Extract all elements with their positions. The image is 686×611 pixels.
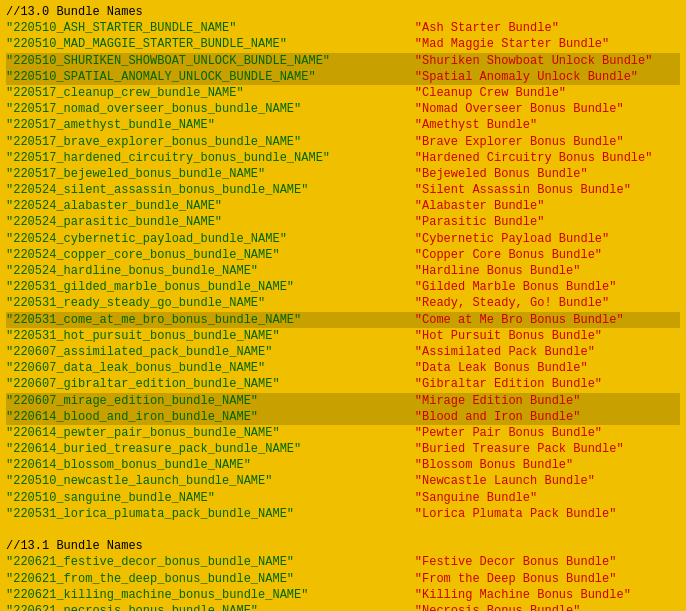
value-cell: "Gibraltar Edition Bundle" [386,376,602,392]
key-cell: "220621_killing_machine_bonus_bundle_NAM… [6,587,386,603]
value-cell: "Copper Core Bonus Bundle" [386,247,602,263]
table-row: "220524_parasitic_bundle_NAME" "Parasiti… [6,214,680,230]
entries-section-13: "220510_ASH_STARTER_BUNDLE_NAME" "Ash St… [6,20,680,522]
entries-section-131: "220621_festive_decor_bonus_bundle_NAME"… [6,554,680,611]
table-row: "220614_blossom_bonus_bundle_NAME" "Blos… [6,457,680,473]
key-cell: "220614_buried_treasure_pack_bundle_NAME… [6,441,386,457]
key-cell: "220524_copper_core_bonus_bundle_NAME" [6,247,386,263]
value-cell: "Blood and Iron Bundle" [386,409,580,425]
value-cell: "Cleanup Crew Bundle" [386,85,566,101]
key-cell: "220524_alabaster_bundle_NAME" [6,198,386,214]
value-cell: "Gilded Marble Bonus Bundle" [386,279,616,295]
value-cell: "Silent Assassin Bonus Bundle" [386,182,631,198]
table-row: "220531_come_at_me_bro_bonus_bundle_NAME… [6,312,680,328]
table-row: "220531_gilded_marble_bonus_bundle_NAME"… [6,279,680,295]
key-cell: "220517_amethyst_bundle_NAME" [6,117,386,133]
key-cell: "220517_hardened_circuitry_bonus_bundle_… [6,150,386,166]
section-1-header: //13.0 Bundle Names [6,4,680,20]
table-row: "220621_necrosis_bonus_bundle_NAME" "Nec… [6,603,680,611]
value-cell: "Ready, Steady, Go! Bundle" [386,295,609,311]
value-cell: "Cybernetic Payload Bundle" [386,231,609,247]
key-cell: "220510_newcastle_launch_bundle_NAME" [6,473,386,489]
key-cell: "220524_hardline_bonus_bundle_NAME" [6,263,386,279]
table-row: "220607_data_leak_bonus_bundle_NAME" "Da… [6,360,680,376]
value-cell: "Sanguine Bundle" [386,490,537,506]
value-cell: "Festive Decor Bonus Bundle" [386,554,616,570]
key-cell: "220531_hot_pursuit_bonus_bundle_NAME" [6,328,386,344]
key-cell: "220510_sanguine_bundle_NAME" [6,490,386,506]
key-cell: "220531_come_at_me_bro_bonus_bundle_NAME… [6,312,386,328]
table-row: "220517_amethyst_bundle_NAME" "Amethyst … [6,117,680,133]
key-cell: "220524_silent_assassin_bonus_bundle_NAM… [6,182,386,198]
key-cell: "220517_nomad_overseer_bonus_bundle_NAME… [6,101,386,117]
table-row: "220510_newcastle_launch_bundle_NAME" "N… [6,473,680,489]
key-cell: "220621_festive_decor_bonus_bundle_NAME" [6,554,386,570]
table-row: "220517_nomad_overseer_bonus_bundle_NAME… [6,101,680,117]
value-cell: "Pewter Pair Bonus Bundle" [386,425,602,441]
table-row: "220621_festive_decor_bonus_bundle_NAME"… [6,554,680,570]
table-row: "220607_gibraltar_edition_bundle_NAME" "… [6,376,680,392]
table-row: "220614_blood_and_iron_bundle_NAME" "Blo… [6,409,680,425]
key-cell: "220614_pewter_pair_bonus_bundle_NAME" [6,425,386,441]
value-cell: "Nomad Overseer Bonus Bundle" [386,101,624,117]
key-cell: "220524_parasitic_bundle_NAME" [6,214,386,230]
key-cell: "220607_data_leak_bonus_bundle_NAME" [6,360,386,376]
table-row: "220510_ASH_STARTER_BUNDLE_NAME" "Ash St… [6,20,680,36]
table-row: "220524_silent_assassin_bonus_bundle_NAM… [6,182,680,198]
table-row: "220524_cybernetic_payload_bundle_NAME" … [6,231,680,247]
key-cell: "220607_mirage_edition_bundle_NAME" [6,393,386,409]
table-row: "220607_mirage_edition_bundle_NAME" "Mir… [6,393,680,409]
value-cell: "Bejeweled Bonus Bundle" [386,166,588,182]
value-cell: "Mad Maggie Starter Bundle" [386,36,609,52]
key-cell: "220621_from_the_deep_bonus_bundle_NAME" [6,571,386,587]
code-view: //13.0 Bundle Names "220510_ASH_STARTER_… [0,0,686,611]
table-row: "220614_pewter_pair_bonus_bundle_NAME" "… [6,425,680,441]
value-cell: "Parasitic Bundle" [386,214,544,230]
key-cell: "220531_gilded_marble_bonus_bundle_NAME" [6,279,386,295]
value-cell: "Shuriken Showboat Unlock Bundle" [386,53,652,69]
key-cell: "220517_bejeweled_bonus_bundle_NAME" [6,166,386,182]
table-row: "220510_sanguine_bundle_NAME" "Sanguine … [6,490,680,506]
value-cell: "Newcastle Launch Bundle" [386,473,595,489]
key-cell: "220524_cybernetic_payload_bundle_NAME" [6,231,386,247]
value-cell: "Hot Pursuit Bonus Bundle" [386,328,602,344]
table-row: "220517_cleanup_crew_bundle_NAME" "Clean… [6,85,680,101]
key-cell: "220621_necrosis_bonus_bundle_NAME" [6,603,386,611]
value-cell: "Lorica Plumata Pack Bundle" [386,506,616,522]
value-cell: "Amethyst Bundle" [386,117,537,133]
table-row: "220607_assimilated_pack_bundle_NAME" "A… [6,344,680,360]
table-row: "220621_killing_machine_bonus_bundle_NAM… [6,587,680,603]
key-cell: "220510_SHURIKEN_SHOWBOAT_UNLOCK_BUNDLE_… [6,53,386,69]
value-cell: "Buried Treasure Pack Bundle" [386,441,624,457]
table-row: "220531_lorica_plumata_pack_bundle_NAME"… [6,506,680,522]
value-cell: "Data Leak Bonus Bundle" [386,360,588,376]
table-row: "220517_hardened_circuitry_bonus_bundle_… [6,150,680,166]
key-cell: "220614_blood_and_iron_bundle_NAME" [6,409,386,425]
table-row: "220621_from_the_deep_bonus_bundle_NAME"… [6,571,680,587]
table-row: "220524_hardline_bonus_bundle_NAME" "Har… [6,263,680,279]
value-cell: "From the Deep Bonus Bundle" [386,571,616,587]
key-cell: "220607_gibraltar_edition_bundle_NAME" [6,376,386,392]
value-cell: "Blossom Bonus Bundle" [386,457,573,473]
table-row: "220510_MAD_MAGGIE_STARTER_BUNDLE_NAME" … [6,36,680,52]
key-cell: "220510_ASH_STARTER_BUNDLE_NAME" [6,20,386,36]
key-cell: "220510_MAD_MAGGIE_STARTER_BUNDLE_NAME" [6,36,386,52]
value-cell: "Hardline Bonus Bundle" [386,263,580,279]
table-row: "220614_buried_treasure_pack_bundle_NAME… [6,441,680,457]
value-cell: "Necrosis Bonus Bundle" [386,603,580,611]
table-row: "220517_bejeweled_bonus_bundle_NAME" "Be… [6,166,680,182]
table-row: "220510_SHURIKEN_SHOWBOAT_UNLOCK_BUNDLE_… [6,53,680,69]
value-cell: "Hardened Circuitry Bonus Bundle" [386,150,652,166]
key-cell: "220517_cleanup_crew_bundle_NAME" [6,85,386,101]
key-cell: "220614_blossom_bonus_bundle_NAME" [6,457,386,473]
value-cell: "Killing Machine Bonus Bundle" [386,587,631,603]
value-cell: "Alabaster Bundle" [386,198,544,214]
table-row: "220531_ready_steady_go_bundle_NAME" "Re… [6,295,680,311]
table-row: "220510_SPATIAL_ANOMALY_UNLOCK_BUNDLE_NA… [6,69,680,85]
value-cell: "Ash Starter Bundle" [386,20,559,36]
value-cell: "Assimilated Pack Bundle" [386,344,595,360]
value-cell: "Brave Explorer Bonus Bundle" [386,134,624,150]
table-row: "220524_alabaster_bundle_NAME" "Alabaste… [6,198,680,214]
table-row: "220524_copper_core_bonus_bundle_NAME" "… [6,247,680,263]
value-cell: "Spatial Anomaly Unlock Bundle" [386,69,638,85]
